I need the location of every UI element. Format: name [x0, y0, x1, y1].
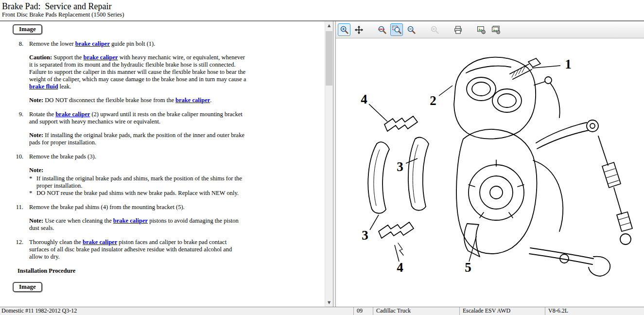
- link-brake-caliper[interactable]: brake caliper: [75, 40, 110, 47]
- link-brake-fluid[interactable]: brake fluid: [29, 83, 58, 90]
- step-paragraph: Remove the lower brake caliper guide pin…: [29, 40, 246, 48]
- svg-text:100%: 100%: [378, 28, 385, 30]
- zoom-previous-button: [428, 23, 441, 36]
- note-bullet: *If installing the original brake pads a…: [29, 175, 246, 190]
- diagram-toolbar: 100%: [336, 21, 644, 38]
- procedure-document: Image 8.Remove the lower brake caliper g…: [0, 21, 325, 307]
- text-run: Rotate the: [29, 111, 55, 118]
- step-paragraph: Remove the brake pad shims (4) from the …: [29, 204, 246, 211]
- procedure-step-8: 8.Remove the lower brake caliper guide p…: [7, 40, 321, 104]
- text-run: Remove the brake pads (3).: [29, 153, 96, 160]
- link-brake-caliper[interactable]: brake caliper: [83, 239, 117, 245]
- scrollbar-thumb[interactable]: [326, 31, 332, 86]
- pan-button[interactable]: [352, 23, 365, 36]
- text-run: .: [210, 97, 211, 104]
- scroll-up-icon[interactable]: ▲: [325, 21, 333, 30]
- text-run: Remove the brake pad shims (4) from the …: [29, 204, 185, 210]
- bullet-text: If installing the original brake pads an…: [36, 175, 246, 190]
- zoom-previous-icon: [430, 25, 439, 35]
- page-subtitle: Front Disc Brake Pads Replacement (1500 …: [2, 11, 644, 18]
- step-paragraph: Remove the brake pads (3).: [29, 153, 246, 160]
- page-title: Brake Pad: Service and Repair: [2, 1, 644, 11]
- link-brake-caliper[interactable]: brake caliper: [55, 111, 90, 118]
- step-paragraph: Note: If installing the original brake p…: [29, 132, 246, 146]
- procedure-step-12: 12.Thoroughly clean the brake caliper pi…: [7, 239, 321, 261]
- zoom-in-button[interactable]: [338, 23, 350, 36]
- image-button-bottom[interactable]: Image: [13, 282, 42, 292]
- zoom-out-button[interactable]: [405, 23, 418, 36]
- step-paragraph: Note:: [29, 167, 246, 174]
- installation-procedure-heading: Installation Procedure: [17, 267, 321, 275]
- callout-leader-line: [406, 158, 418, 163]
- vertical-scrollbar[interactable]: ▲ ▼: [325, 21, 333, 307]
- bold-label: Caution:: [29, 54, 52, 61]
- diagram-callout-4-2: 4: [361, 92, 367, 106]
- text-run: Remove the lower: [29, 40, 75, 47]
- callout-leader-line: [439, 86, 453, 96]
- step-body: Rotate the brake caliper (2) upward unti…: [29, 111, 246, 146]
- image-export-icon: [477, 25, 486, 35]
- statusbar-cell-0: Domestic #11 1982-2012 Q3-12: [0, 307, 354, 315]
- procedure-step-10: 10.Remove the brake pads (3).Note:*If in…: [7, 153, 321, 197]
- pan-icon: [354, 25, 364, 35]
- step-number: 9.: [7, 111, 23, 146]
- callout-leader-line: [395, 245, 399, 262]
- bullet-marker: *: [29, 190, 36, 197]
- callout-leader-line: [369, 104, 387, 122]
- diagram-callout-4-5: 4: [397, 260, 403, 275]
- step-body: Remove the lower brake caliper guide pin…: [29, 40, 246, 104]
- step-paragraph: Note: DO NOT disconnect the flexible bra…: [29, 97, 246, 104]
- status-bar: Domestic #11 1982-2012 Q3-1209Cadillac T…: [0, 307, 644, 315]
- diagram-callout-1-0: 1: [565, 57, 572, 71]
- statusbar-cell-2: Cadillac Truck: [373, 307, 460, 315]
- procedure-step-11: 11.Remove the brake pad shims (4) from t…: [7, 204, 321, 232]
- text-run: DO NOT disconnect the flexible brake hos…: [43, 97, 175, 104]
- scroll-down-icon[interactable]: ▼: [325, 298, 333, 307]
- procedure-step-9: 9.Rotate the brake caliper (2) upward un…: [7, 111, 321, 146]
- diagram-panel: 100%: [335, 21, 644, 307]
- zoom-100-icon: 100%: [378, 25, 387, 35]
- statusbar-cell-3: Escalade ESV AWD: [460, 307, 545, 315]
- bold-label: Note:: [29, 217, 43, 224]
- link-brake-caliper[interactable]: brake caliper: [175, 97, 210, 104]
- zoom-in-icon: [340, 25, 349, 35]
- step-number: 10.: [7, 153, 23, 197]
- print-button[interactable]: [452, 23, 464, 36]
- zoom-window-icon: [392, 25, 401, 35]
- callout-leader-line: [370, 215, 379, 230]
- diagram-callout-3-3: 3: [397, 159, 403, 174]
- scrollbar-track[interactable]: [325, 30, 333, 298]
- text-run: guide pin bolt (1).: [110, 40, 155, 47]
- zoom-window-button[interactable]: [390, 23, 403, 36]
- image-export-button[interactable]: [475, 23, 487, 36]
- step-paragraph: Rotate the brake caliper (2) upward unti…: [29, 111, 246, 125]
- step-number: 8.: [7, 40, 23, 104]
- procedure-steps: 8.Remove the lower brake caliper guide p…: [7, 40, 321, 261]
- bullet-marker: *: [29, 175, 36, 190]
- link-brake-caliper[interactable]: brake caliper: [113, 217, 148, 224]
- text-run: If installing the original brake pads, m…: [29, 132, 244, 146]
- step-paragraph: Thoroughly clean the brake caliper pisto…: [29, 239, 246, 261]
- step-body: Remove the brake pad shims (4) from the …: [29, 204, 246, 232]
- note-bullet: *DO NOT reuse the brake pad shims with n…: [29, 190, 246, 197]
- step-body: Remove the brake pads (3).Note:*If insta…: [29, 153, 246, 197]
- statusbar-cell-1: 09: [354, 307, 373, 315]
- diagram-callout-5-6: 5: [465, 260, 471, 275]
- text-run: DO NOT reuse the brake pad shims with ne…: [36, 190, 239, 196]
- statusbar-cell-4: V8-6.2L: [545, 307, 644, 315]
- diagram-callout-3-4: 3: [362, 228, 368, 243]
- zoom-100-button[interactable]: 100%: [376, 23, 388, 36]
- print-icon: [453, 25, 463, 35]
- bullet-text: DO NOT reuse the brake pad shims with ne…: [36, 190, 246, 197]
- link-brake-caliper[interactable]: brake caliper: [83, 54, 118, 61]
- header: Brake Pad: Service and Repair Front Disc…: [0, 0, 644, 21]
- image-copy-button[interactable]: [489, 23, 502, 36]
- image-button-top[interactable]: Image: [13, 24, 42, 35]
- bold-label: Note:: [29, 132, 43, 139]
- bold-label: Note:: [29, 97, 43, 104]
- text-run: Thoroughly clean the: [29, 239, 83, 245]
- text-run: Use care when cleaning the: [43, 217, 113, 224]
- brake-diagram: 1243345: [336, 39, 644, 306]
- callout-leader-line: [532, 66, 560, 68]
- diagram-area[interactable]: 1243345: [336, 39, 644, 307]
